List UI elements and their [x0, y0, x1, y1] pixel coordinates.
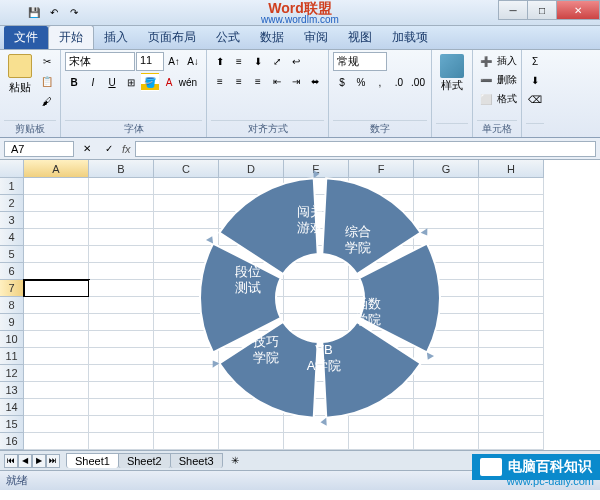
cell[interactable] — [154, 433, 219, 450]
shrink-font-icon[interactable]: A↓ — [184, 52, 202, 70]
cell[interactable] — [89, 280, 154, 297]
cell[interactable] — [479, 195, 544, 212]
formula-input[interactable] — [135, 141, 596, 157]
align-right-icon[interactable]: ≡ — [249, 72, 267, 90]
cell[interactable] — [89, 195, 154, 212]
cell[interactable] — [24, 229, 89, 246]
maximize-button[interactable]: □ — [527, 0, 557, 20]
format-painter-icon[interactable]: 🖌 — [38, 92, 56, 110]
autosum-icon[interactable]: Σ — [526, 52, 544, 70]
underline-icon[interactable]: U — [103, 73, 121, 91]
cell[interactable] — [24, 433, 89, 450]
column-header[interactable]: A — [24, 160, 89, 178]
row-header[interactable]: 3 — [0, 212, 24, 229]
align-center-icon[interactable]: ≡ — [230, 72, 248, 90]
cell[interactable] — [89, 263, 154, 280]
enter-icon[interactable]: ✓ — [100, 140, 118, 158]
cell[interactable] — [479, 331, 544, 348]
row-header[interactable]: 13 — [0, 382, 24, 399]
tab-addins[interactable]: 加载项 — [382, 26, 438, 49]
cell[interactable] — [89, 246, 154, 263]
cell[interactable] — [479, 382, 544, 399]
cell[interactable] — [479, 280, 544, 297]
cell[interactable] — [284, 433, 349, 450]
orientation-icon[interactable]: ⤢ — [268, 52, 286, 70]
minimize-button[interactable]: ─ — [498, 0, 528, 20]
fill-color-icon[interactable]: 🪣 — [141, 73, 159, 91]
styles-button[interactable]: 样式 — [436, 52, 468, 95]
row-header[interactable]: 10 — [0, 331, 24, 348]
sheet-tab[interactable]: Sheet1 — [66, 453, 119, 468]
cell[interactable] — [89, 178, 154, 195]
clear-icon[interactable]: ⌫ — [526, 90, 544, 108]
cancel-icon[interactable]: ✕ — [78, 140, 96, 158]
cell[interactable] — [24, 331, 89, 348]
column-header[interactable]: H — [479, 160, 544, 178]
row-header[interactable]: 8 — [0, 297, 24, 314]
cell[interactable] — [24, 246, 89, 263]
last-sheet-icon[interactable]: ⏭ — [46, 454, 60, 468]
cell[interactable] — [89, 212, 154, 229]
fx-icon[interactable]: fx — [122, 143, 131, 155]
font-color-icon[interactable]: A — [160, 73, 178, 91]
cell[interactable] — [89, 416, 154, 433]
insert-cells-icon[interactable]: ➕ — [477, 52, 495, 70]
sheet-tab[interactable]: Sheet3 — [170, 453, 223, 468]
row-header[interactable]: 2 — [0, 195, 24, 212]
cell[interactable] — [24, 416, 89, 433]
cell[interactable] — [89, 433, 154, 450]
tab-file[interactable]: 文件 — [4, 26, 48, 49]
cell[interactable] — [89, 314, 154, 331]
cell[interactable] — [24, 399, 89, 416]
tab-insert[interactable]: 插入 — [94, 26, 138, 49]
tab-view[interactable]: 视图 — [338, 26, 382, 49]
cell[interactable] — [89, 382, 154, 399]
row-header[interactable]: 11 — [0, 348, 24, 365]
row-header[interactable]: 12 — [0, 365, 24, 382]
row-header[interactable]: 15 — [0, 416, 24, 433]
worksheet-grid[interactable]: ABCDEFGH12345678910111213141516 闯关游戏综合学院… — [0, 160, 600, 450]
percent-icon[interactable]: % — [352, 73, 370, 91]
cell[interactable] — [24, 280, 89, 297]
italic-icon[interactable]: I — [84, 73, 102, 91]
new-sheet-icon[interactable]: ✳ — [226, 452, 244, 470]
grow-font-icon[interactable]: A↑ — [165, 52, 183, 70]
comma-icon[interactable]: , — [371, 73, 389, 91]
cell[interactable] — [479, 433, 544, 450]
cell[interactable] — [24, 195, 89, 212]
prev-sheet-icon[interactable]: ◀ — [18, 454, 32, 468]
inc-decimal-icon[interactable]: .0 — [390, 73, 408, 91]
cell[interactable] — [89, 331, 154, 348]
align-middle-icon[interactable]: ≡ — [230, 52, 248, 70]
cell[interactable] — [24, 365, 89, 382]
cell[interactable] — [24, 382, 89, 399]
merge-icon[interactable]: ⬌ — [306, 72, 324, 90]
tab-layout[interactable]: 页面布局 — [138, 26, 206, 49]
paste-button[interactable]: 粘贴 — [4, 52, 36, 97]
phonetic-icon[interactable]: wén — [179, 73, 197, 91]
row-header[interactable]: 7 — [0, 280, 24, 297]
cell[interactable] — [89, 399, 154, 416]
indent-dec-icon[interactable]: ⇤ — [268, 72, 286, 90]
cell[interactable] — [479, 263, 544, 280]
cell[interactable] — [89, 348, 154, 365]
cell[interactable] — [24, 297, 89, 314]
delete-cells-icon[interactable]: ➖ — [477, 71, 495, 89]
cell[interactable] — [24, 314, 89, 331]
save-icon[interactable]: 💾 — [26, 4, 42, 20]
tab-review[interactable]: 审阅 — [294, 26, 338, 49]
close-button[interactable]: ✕ — [556, 0, 600, 20]
font-name-combo[interactable]: 宋体 — [65, 52, 135, 71]
row-header[interactable]: 16 — [0, 433, 24, 450]
row-header[interactable]: 5 — [0, 246, 24, 263]
border-icon[interactable]: ⊞ — [122, 73, 140, 91]
row-header[interactable]: 6 — [0, 263, 24, 280]
cell[interactable] — [349, 433, 414, 450]
align-left-icon[interactable]: ≡ — [211, 72, 229, 90]
cell[interactable] — [479, 212, 544, 229]
align-bottom-icon[interactable]: ⬇ — [249, 52, 267, 70]
row-header[interactable]: 1 — [0, 178, 24, 195]
row-header[interactable]: 14 — [0, 399, 24, 416]
cell[interactable] — [219, 433, 284, 450]
tab-formulas[interactable]: 公式 — [206, 26, 250, 49]
